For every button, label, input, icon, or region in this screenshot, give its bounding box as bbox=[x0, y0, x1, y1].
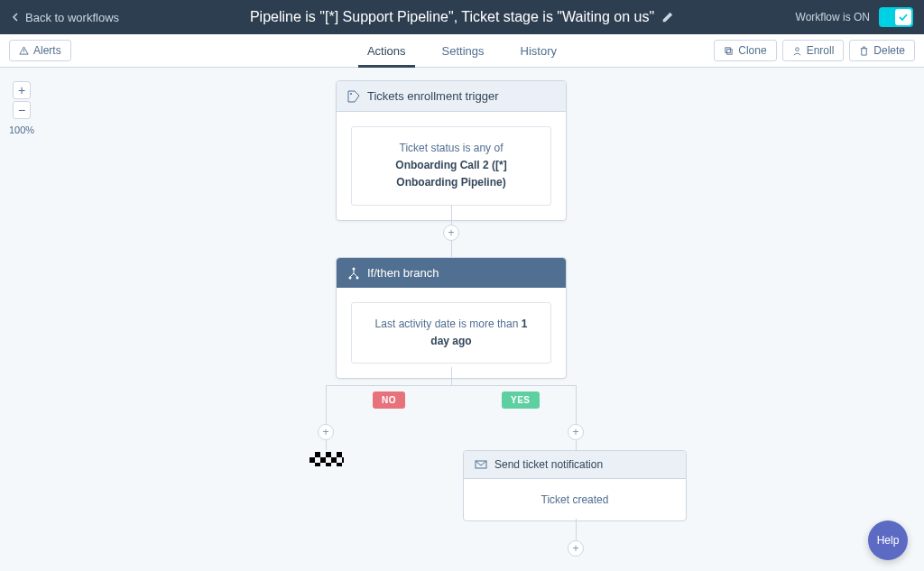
branch-yes-badge: YES bbox=[502, 391, 540, 409]
add-action-button-no[interactable]: + bbox=[318, 424, 334, 440]
mail-icon bbox=[475, 458, 487, 471]
header-right: Workflow is ON bbox=[796, 7, 913, 27]
alerts-button[interactable]: Alerts bbox=[9, 40, 71, 61]
tab-history[interactable]: History bbox=[503, 34, 575, 68]
toolbar-left: Alerts bbox=[9, 40, 71, 61]
notification-body: Ticket created bbox=[464, 479, 686, 520]
svg-rect-2 bbox=[725, 47, 731, 52]
branch-node[interactable]: If/then branch Last activity date is mor… bbox=[336, 257, 567, 379]
clone-label: Clone bbox=[738, 44, 766, 57]
branch-no-badge: NO bbox=[373, 391, 405, 409]
delete-button[interactable]: Delete bbox=[849, 40, 915, 61]
finish-flag-icon bbox=[310, 452, 344, 466]
delete-label: Delete bbox=[873, 44, 905, 57]
enroll-button[interactable]: Enroll bbox=[782, 40, 845, 61]
edit-icon[interactable] bbox=[661, 11, 674, 23]
workflow-canvas[interactable]: + − 100% Tickets enrollment trigger Tick… bbox=[0, 68, 924, 571]
svg-point-5 bbox=[350, 93, 352, 95]
branch-condition: Last activity date is more than 1 day ag… bbox=[351, 302, 551, 364]
add-action-button[interactable]: + bbox=[443, 225, 459, 241]
zoom-level: 100% bbox=[9, 124, 34, 135]
branch-icon bbox=[347, 267, 360, 280]
trigger-node[interactable]: Tickets enrollment trigger Ticket status… bbox=[336, 80, 567, 221]
tabs-bar: Alerts Actions Settings History Clone En… bbox=[0, 34, 924, 68]
tab-settings[interactable]: Settings bbox=[424, 34, 503, 68]
trigger-body: Ticket status is any of Onboarding Call … bbox=[337, 112, 566, 220]
clone-button[interactable]: Clone bbox=[714, 40, 776, 61]
page-title: Pipeline is "[*] Support Pipeline", Tick… bbox=[250, 9, 654, 25]
notification-node[interactable]: Send ticket notification Ticket created bbox=[463, 450, 687, 521]
alert-icon bbox=[19, 46, 29, 56]
svg-point-4 bbox=[795, 47, 799, 51]
chevron-left-icon bbox=[11, 13, 20, 22]
zoom-in-button[interactable]: + bbox=[13, 81, 31, 99]
connector-line bbox=[576, 440, 577, 450]
connector-line bbox=[326, 385, 327, 450]
page-title-wrap: Pipeline is "[*] Support Pipeline", Tick… bbox=[250, 9, 674, 25]
help-button[interactable]: Help bbox=[868, 520, 908, 560]
clone-icon bbox=[724, 46, 734, 56]
alerts-label: Alerts bbox=[33, 44, 61, 57]
add-action-button-yes[interactable]: + bbox=[568, 424, 584, 440]
app-header: Back to workflows Pipeline is "[*] Suppo… bbox=[0, 0, 924, 34]
back-link[interactable]: Back to workflows bbox=[11, 11, 119, 24]
tab-actions[interactable]: Actions bbox=[349, 34, 424, 68]
svg-rect-3 bbox=[727, 49, 733, 54]
trash-icon bbox=[859, 46, 869, 56]
toggle-knob bbox=[895, 9, 911, 25]
tag-icon bbox=[347, 90, 360, 103]
back-label: Back to workflows bbox=[25, 11, 119, 24]
trigger-condition: Ticket status is any of Onboarding Call … bbox=[351, 126, 551, 206]
svg-point-1 bbox=[23, 52, 24, 53]
branch-body: Last activity date is more than 1 day ag… bbox=[337, 288, 566, 378]
enroll-label: Enroll bbox=[807, 44, 835, 57]
workflow-status-label: Workflow is ON bbox=[796, 11, 870, 23]
notification-header-text: Send ticket notification bbox=[494, 458, 603, 471]
checkmark-icon bbox=[899, 13, 908, 22]
connector-line bbox=[451, 367, 452, 385]
trigger-node-header: Tickets enrollment trigger bbox=[337, 81, 566, 112]
trigger-header-text: Tickets enrollment trigger bbox=[367, 89, 498, 103]
toolbar-right: Clone Enroll Delete bbox=[714, 40, 915, 61]
zoom-controls: + − 100% bbox=[9, 81, 34, 135]
add-action-button-after[interactable]: + bbox=[568, 540, 584, 557]
notification-header: Send ticket notification bbox=[464, 451, 686, 479]
enroll-icon bbox=[792, 46, 802, 56]
branch-header-text: If/then branch bbox=[367, 266, 439, 280]
workflow-toggle[interactable] bbox=[879, 7, 913, 27]
branch-node-header: If/then branch bbox=[337, 258, 566, 288]
zoom-out-button[interactable]: − bbox=[13, 101, 31, 119]
connector-line bbox=[326, 385, 577, 386]
